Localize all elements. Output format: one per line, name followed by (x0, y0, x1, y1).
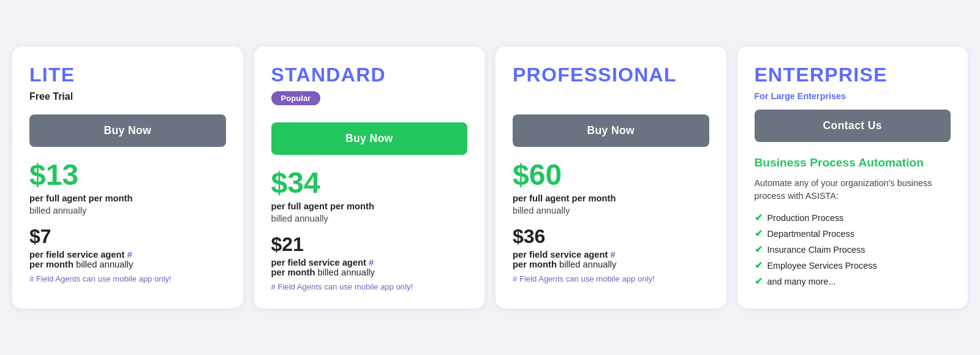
enterprise-contact-button[interactable]: Contact Us (755, 110, 951, 142)
professional-price-billed: billed annually (513, 206, 709, 215)
standard-field-note: # Field Agents can use mobile app only! (271, 282, 468, 291)
popular-badge: Popular (271, 91, 321, 105)
standard-price-large: $34 (271, 168, 468, 198)
lite-price-medium: $7 (29, 226, 226, 246)
professional-price-medium: $36 (513, 226, 709, 246)
standard-card: STANDARD Popular Buy Now $34 per full ag… (254, 47, 485, 308)
check-icon-2: ✔ (755, 244, 763, 255)
feature-label-4: and many more... (767, 277, 836, 286)
lite-card: LITE Free Trial Buy Now $13 per full age… (12, 47, 243, 308)
standard-plan-name: STANDARD (271, 64, 468, 86)
lite-plan-name: LITE (29, 64, 226, 86)
check-icon-1: ✔ (755, 228, 763, 239)
check-icon-3: ✔ (755, 260, 763, 271)
enterprise-plan-name: ENTERPRISE (755, 64, 951, 86)
check-icon-0: ✔ (755, 212, 763, 223)
professional-plan-name: PROFESSIONAL (513, 64, 709, 86)
standard-buy-button[interactable]: Buy Now (271, 122, 468, 155)
standard-price-medium: $21 (271, 234, 468, 254)
lite-buy-button[interactable]: Buy Now (29, 114, 226, 147)
feature-item-0: ✔ Production Process (755, 212, 951, 223)
feature-item-3: ✔ Employee Services Process (755, 260, 951, 271)
feature-item-1: ✔ Departmental Process (755, 228, 951, 239)
professional-buy-button[interactable]: Buy Now (513, 114, 709, 147)
professional-price-desc: per full agent per month (513, 193, 709, 203)
standard-price-desc: per full agent per month (271, 201, 468, 211)
professional-field-agent-desc: per field service agent # per month bill… (513, 250, 709, 269)
standard-field-agent-desc: per field service agent # per month bill… (271, 258, 468, 277)
enterprise-feature-title: Business Process Automation (755, 155, 951, 171)
professional-subtitle (513, 91, 709, 106)
standard-price-billed: billed annually (271, 214, 468, 223)
lite-price-billed: billed annually (29, 206, 226, 215)
pricing-grid: LITE Free Trial Buy Now $13 per full age… (12, 47, 968, 308)
professional-field-note: # Field Agents can use mobile app only! (513, 274, 709, 283)
professional-card: PROFESSIONAL Buy Now $60 per full agent … (496, 47, 726, 308)
enterprise-for-large: For Large Enterprises (755, 91, 951, 101)
lite-price-large: $13 (29, 160, 226, 190)
enterprise-feature-desc: Automate any of your organization's busi… (755, 177, 951, 203)
lite-price-desc: per full agent per month (29, 193, 226, 203)
feature-label-1: Departmental Process (767, 229, 854, 239)
lite-field-note: # Field Agents can use mobile app only! (29, 274, 226, 283)
feature-label-3: Employee Services Process (767, 261, 877, 271)
professional-price-large: $60 (513, 160, 709, 190)
lite-subtitle: Free Trial (29, 91, 226, 106)
enterprise-feature-list: ✔ Production Process ✔ Departmental Proc… (755, 212, 951, 291)
check-icon-4: ✔ (755, 275, 763, 287)
enterprise-card: ENTERPRISE For Large Enterprises Contact… (737, 47, 968, 308)
feature-label-0: Production Process (767, 213, 844, 223)
lite-field-agent-desc: per field service agent # per month bill… (29, 250, 226, 269)
feature-item-2: ✔ Insurance Claim Process (755, 244, 951, 255)
feature-label-2: Insurance Claim Process (767, 245, 865, 255)
feature-item-4: ✔ and many more... (755, 275, 951, 287)
